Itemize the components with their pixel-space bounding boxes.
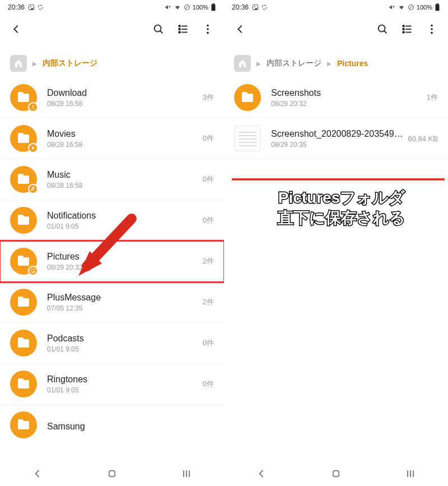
search-button[interactable] [372,18,393,40]
nav-recents-button[interactable] [393,464,428,484]
back-button[interactable] [230,18,251,40]
folder-count: 2件 [203,297,214,307]
back-button[interactable] [6,18,27,40]
folder-row-ringtones[interactable]: Ringtones01/01 9:050件 [0,364,224,405]
item-date: 08/29 20:32 [271,100,422,108]
svg-rect-31 [436,4,440,11]
folder-icon [10,371,37,397]
nav-home-button[interactable] [95,464,129,483]
toolbar [224,13,448,45]
battery-icon [211,3,216,11]
breadcrumb-sep: ▶ [32,61,37,67]
system-nav-bar [0,461,224,486]
nav-recents-button[interactable] [169,464,204,484]
wifi-icon [398,4,405,11]
recents-icon [405,468,416,479]
item-meta: 60.84 KB [408,135,438,143]
status-left-icons [252,4,268,11]
folder-list[interactable]: Screenshots08/29 20:321件Screenshot_20200… [224,77,448,270]
status-bar: 20:36 100% [224,0,448,13]
folder-name: Samsung [47,421,214,432]
file-row-screenshot-20200829-203549-png[interactable]: Screenshot_20200829-203549.png08/29 20:3… [224,118,448,159]
svg-point-38 [403,25,404,27]
folder-row-download[interactable]: Download08/28 16:583件 [0,77,224,118]
folder-date: 01/01 9:05 [47,345,198,353]
home-icon [14,59,23,68]
item-date: 08/29 20:35 [271,141,404,149]
battery-icon [435,3,440,11]
folder-date: 08/29 20:32 [47,263,198,271]
folder-row-movies[interactable]: Movies08/28 16:580件 [0,118,224,159]
more-button[interactable] [421,18,442,40]
folder-icon [10,289,37,316]
sync-icon [261,4,268,11]
more-button[interactable] [197,18,218,40]
mute-icon [165,4,171,11]
svg-point-42 [431,28,433,30]
home-nav-icon [331,469,341,479]
nav-back-button[interactable] [244,464,279,484]
list-view-icon [401,23,413,35]
search-icon [376,23,389,35]
no-sim-icon [184,4,190,11]
folder-name: PlusMessage [47,292,198,303]
folder-icon [10,166,37,193]
breadcrumb-home[interactable] [234,55,251,72]
folder-count: 0件 [203,174,214,184]
image-icon [28,4,35,11]
folder-row-plusmessage[interactable]: PlusMessage07/05 12:352件 [0,282,224,323]
breadcrumb-home[interactable] [10,55,27,72]
status-time: 20:36 [232,3,249,11]
folder-date: 01/01 9:05 [47,386,198,394]
folder-name: Pictures [47,251,198,262]
svg-point-18 [207,32,209,34]
home-icon [238,59,247,68]
music-badge-icon [28,184,38,194]
folder-row-music[interactable]: Music08/28 16:580件 [0,159,224,200]
file-thumbnail [234,125,261,152]
view-toggle-button[interactable] [172,18,194,40]
left-screen: 20:36 100% [0,0,224,486]
folder-count: 3件 [203,92,214,103]
nav-back-button[interactable] [20,464,55,484]
breadcrumb-item-internal-storage[interactable]: 内部ストレージ [43,58,97,68]
wifi-icon [174,4,181,11]
image-icon [252,4,259,11]
svg-point-33 [379,25,385,32]
view-toggle-button[interactable] [396,18,418,40]
folder-date: 01/01 9:05 [47,223,198,230]
search-icon [152,23,165,35]
image-badge-icon [28,266,38,276]
search-button[interactable] [148,18,169,40]
folder-row-samsung[interactable]: Samsung [0,405,224,438]
breadcrumb-item-pictures[interactable]: Pictures [337,59,368,68]
folder-icon [10,411,37,438]
svg-point-41 [431,25,433,27]
toolbar [0,13,224,45]
folder-row-screenshots[interactable]: Screenshots08/29 20:321件 [224,77,448,118]
folder-date: 07/05 12:35 [47,304,198,312]
folder-icon [10,248,37,275]
item-name: Screenshots [271,87,422,98]
nav-home-button[interactable] [319,464,353,483]
folder-list[interactable]: Download08/28 16:583件Movies08/28 16:580件… [0,77,224,461]
svg-rect-32 [436,3,438,4]
dual-screenshot-canvas: 20:36 100% [0,0,448,486]
folder-name: Download [47,87,198,98]
no-sim-icon [408,4,414,11]
folder-row-podcasts[interactable]: Podcasts01/01 9:050件 [0,323,224,364]
breadcrumb-item-internal-storage[interactable]: 内部ストレージ [267,58,321,68]
svg-point-43 [431,32,433,34]
breadcrumb-sep: ▶ [256,61,261,67]
folder-name: Notifications [47,210,198,221]
svg-point-20 [32,270,33,271]
folder-row-notifications[interactable]: Notifications01/01 9:050件 [0,200,224,241]
svg-rect-6 [212,4,216,11]
svg-rect-44 [333,471,339,477]
folder-name: Ringtones [47,374,198,385]
svg-point-15 [179,31,180,33]
folder-row-pictures[interactable]: Pictures08/29 20:322件 [0,241,224,282]
download-badge-icon [28,102,38,112]
svg-point-1 [30,6,31,7]
svg-point-8 [155,25,161,32]
